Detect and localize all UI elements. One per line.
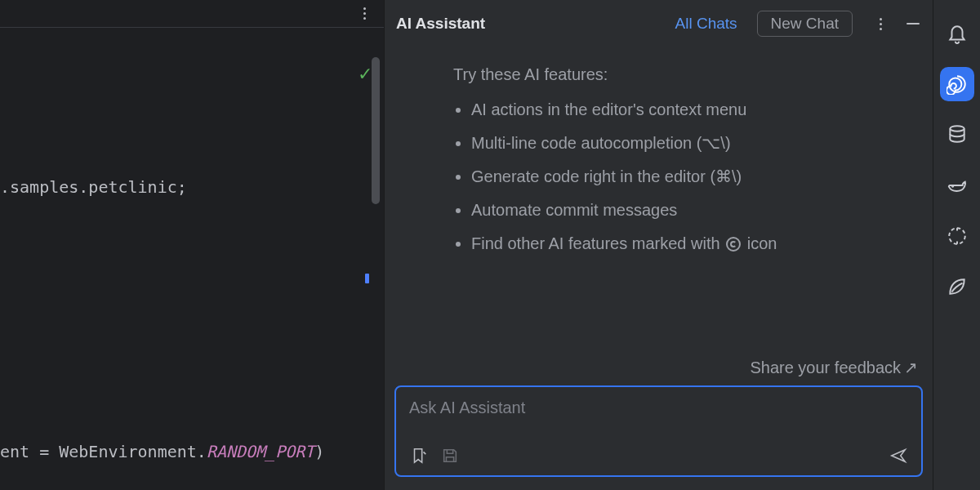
spiral-icon (724, 235, 742, 253)
ai-feature-item: AI actions in the editor's context menu (471, 99, 906, 121)
leaf-icon (947, 276, 968, 297)
ai-input-box (394, 385, 923, 477)
ai-feature-item: Generate code right in the editor (⌘\) (471, 166, 906, 188)
svg-point-1 (951, 185, 952, 186)
ai-assistant-button[interactable] (940, 67, 974, 101)
svg-point-0 (950, 126, 964, 131)
editor-scrollbar-thumb[interactable] (372, 57, 380, 204)
all-chats-link[interactable]: All Chats (669, 11, 744, 36)
ai-feature-item: Find other AI features marked with icon (471, 233, 906, 255)
ai-input-field[interactable] (409, 399, 908, 443)
minimize-button[interactable] (905, 16, 921, 32)
ai-body: Try these AI features: AI actions in the… (385, 47, 933, 358)
spiral-icon (947, 74, 968, 95)
share-feedback-link[interactable]: Share your feedback↗ (385, 358, 933, 385)
editor-scrollbar[interactable] (369, 57, 382, 302)
ai-feature-list: AI actions in the editor's context menu … (453, 99, 906, 255)
new-chat-button[interactable]: New Chat (757, 11, 853, 37)
save-disk-icon[interactable] (440, 446, 460, 466)
ai-intro-text: Try these AI features: (453, 65, 906, 84)
ai-feature-item-text: Find other AI features marked with (471, 234, 720, 252)
notifications-button[interactable] (940, 16, 974, 51)
whale-icon (947, 175, 968, 196)
database-button[interactable] (940, 118, 974, 152)
tool-rail (933, 0, 980, 490)
ai-input-area (385, 385, 933, 490)
bell-icon (947, 23, 968, 44)
ai-input-toolbar (409, 446, 908, 466)
editor-pane: ✓ .samples.petclinic; ent = WebEnvironme… (0, 0, 384, 490)
code-editor[interactable]: .samples.petclinic; ent = WebEnvironment… (0, 28, 384, 490)
spring-button[interactable] (940, 270, 974, 304)
minimap-caret-marker (365, 274, 369, 283)
send-icon[interactable] (889, 446, 908, 466)
app-root: ✓ .samples.petclinic; ent = WebEnvironme… (0, 0, 980, 490)
ai-feature-item: Automate commit messages (471, 199, 906, 221)
bookmark-icon[interactable] (409, 446, 429, 466)
ai-feature-item: Multi-line code autocompletion (⌥\) (471, 132, 906, 154)
database-icon (947, 124, 968, 145)
ai-more-menu[interactable] (872, 16, 889, 32)
services-button[interactable] (940, 168, 974, 203)
share-feedback-text: Share your feedback (750, 359, 901, 376)
external-arrow-icon: ↗ (904, 359, 918, 376)
ai-header: AI Assistant All Chats New Chat (385, 0, 933, 47)
ai-feature-item-suffix: icon (747, 234, 777, 252)
ai-panel-title: AI Assistant (396, 15, 661, 33)
target-icon (947, 225, 968, 247)
editor-topbar (0, 0, 384, 28)
target-button[interactable] (940, 219, 974, 253)
code-token-constant: RANDOM_PORT (207, 439, 314, 465)
ai-assistant-panel: AI Assistant All Chats New Chat Try thes… (384, 0, 933, 490)
editor-more-menu[interactable] (356, 6, 372, 22)
